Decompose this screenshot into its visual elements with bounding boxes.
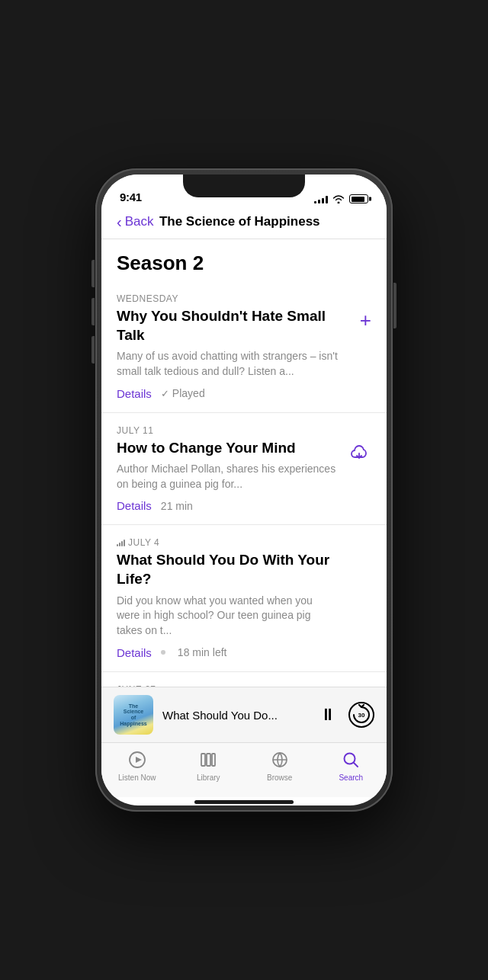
- episode-item: JULY 4 What Should You Do With Your Life…: [101, 525, 387, 671]
- progress-container: 18 min left: [161, 646, 227, 658]
- playing-indicator-icon: [117, 540, 125, 546]
- played-label: Played: [172, 387, 205, 399]
- download-cloud-icon: [347, 440, 371, 465]
- tab-label-library: Library: [197, 773, 220, 782]
- podcast-title: The Science of Happiness: [153, 214, 326, 229]
- details-link[interactable]: Details: [117, 646, 152, 659]
- skip-30-icon: 30: [351, 704, 372, 725]
- episode-item: JULY 11 How to Change Your Mind Author M…: [101, 413, 387, 526]
- episode-title: How to Change Your Mind: [117, 439, 371, 458]
- now-playing-bar[interactable]: TheScienceofHappiness What Should You Do…: [101, 687, 387, 742]
- tab-label-listen-now: Listen Now: [118, 773, 156, 782]
- content-area: ‹ Back The Science of Happiness Season 2…: [101, 208, 387, 687]
- library-icon: [197, 749, 219, 770]
- episode-description: Many of us avoid chatting with strangers…: [117, 349, 371, 379]
- back-label: Back: [125, 214, 154, 229]
- episode-title: Why You Shouldn't Hate Small Talk: [117, 307, 371, 344]
- browse-icon: [269, 749, 291, 770]
- svg-rect-3: [201, 754, 205, 766]
- tab-search[interactable]: Search: [316, 749, 387, 782]
- episode-item: JUNE 27 What Are You Afraid Of? Would yo…: [101, 672, 387, 687]
- season-title: Season 2: [117, 251, 371, 275]
- episode-item: WEDNESDAY Why You Shouldn't Hate Small T…: [101, 281, 387, 413]
- back-chevron-icon: ‹: [117, 214, 122, 229]
- playback-controls: ⏸ 30: [319, 702, 374, 728]
- episode-description: Author Michael Pollan, shares his experi…: [117, 462, 371, 492]
- now-playing-title: What Should You Do...: [162, 709, 310, 722]
- time-remaining: 18 min left: [178, 646, 227, 658]
- battery-icon: [349, 194, 368, 203]
- skip-forward-button[interactable]: 30: [348, 702, 374, 728]
- art-text: TheScienceofHappiness: [120, 703, 146, 727]
- episode-title: What Should You Do With Your Life?: [117, 551, 371, 588]
- svg-text:30: 30: [358, 712, 365, 719]
- episode-meta: Details 18 min left: [117, 646, 371, 659]
- duration-label: 21 min: [161, 500, 193, 512]
- tab-label-browse: Browse: [267, 773, 292, 782]
- episode-date: WEDNESDAY: [117, 293, 371, 304]
- back-button[interactable]: ‹ Back: [117, 214, 153, 229]
- played-badge: ✓ Played: [161, 387, 205, 399]
- episode-date: JULY 11: [117, 425, 371, 436]
- season-header: Season 2: [101, 239, 387, 281]
- details-link[interactable]: Details: [117, 499, 152, 512]
- details-link[interactable]: Details: [117, 387, 152, 400]
- signal-strength-icon: [314, 194, 328, 203]
- download-episode-button[interactable]: [347, 440, 371, 469]
- listen-now-icon: [127, 749, 148, 770]
- svg-marker-2: [136, 757, 142, 763]
- tab-browse[interactable]: Browse: [244, 749, 316, 782]
- svg-rect-5: [212, 754, 215, 766]
- now-playing-artwork: TheScienceofHappiness: [114, 695, 153, 735]
- checkmark-icon: ✓: [161, 388, 169, 399]
- episode-date: JUNE 27: [117, 684, 371, 687]
- status-icons: [314, 194, 368, 203]
- episode-description: Did you know what you wanted when you we…: [117, 594, 371, 639]
- tab-library[interactable]: Library: [173, 749, 245, 782]
- wifi-icon: [332, 194, 345, 203]
- svg-rect-4: [207, 754, 210, 766]
- progress-dot: [161, 650, 165, 655]
- episode-meta: Details ✓ Played: [117, 387, 371, 400]
- add-episode-button[interactable]: +: [360, 309, 371, 332]
- nav-header: ‹ Back The Science of Happiness: [101, 208, 387, 239]
- tab-label-search: Search: [339, 773, 363, 782]
- pause-button[interactable]: ⏸: [319, 705, 336, 725]
- status-time: 9:41: [120, 191, 142, 203]
- tab-listen-now[interactable]: Listen Now: [101, 749, 173, 782]
- tab-bar: Listen Now Library: [101, 742, 387, 797]
- search-icon: [340, 749, 361, 770]
- episode-meta: Details 21 min: [117, 499, 371, 512]
- episode-date: JULY 4: [117, 537, 371, 548]
- home-indicator: [194, 800, 294, 804]
